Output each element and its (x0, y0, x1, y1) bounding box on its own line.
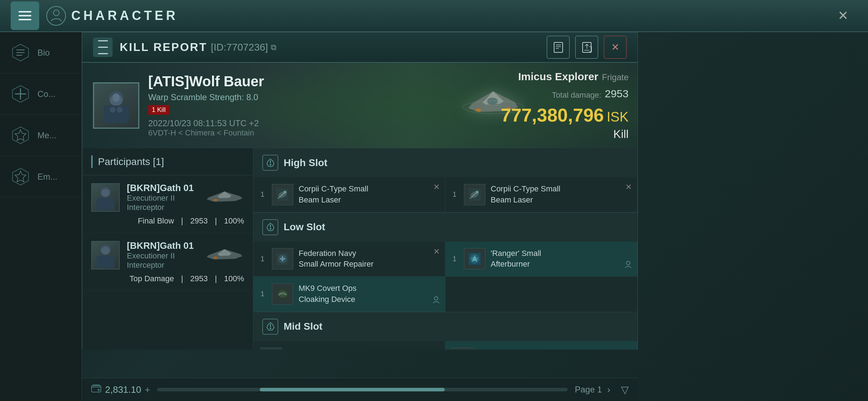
svg-point-27 (475, 108, 481, 112)
notes-button[interactable] (547, 36, 570, 59)
participant-percent-1: 100% (224, 216, 244, 226)
item-name-1: Corpii C-Type SmallBeam Laser (299, 184, 368, 206)
filter-icon[interactable]: ▽ (621, 384, 629, 396)
bottom-bar: 2,831.10 + Page 1 › ▽ (82, 378, 638, 401)
kill-report-panel: KILL REPORT [ID:7707236] ⧉ (82, 32, 638, 349)
hamburger-icon (19, 11, 31, 20)
high-slot-title: High Slot (284, 157, 327, 169)
sidebar-item-empire[interactable]: Em... (0, 156, 82, 197)
svg-point-24 (117, 107, 123, 113)
mid-slot-item-2: Seeker Data Analyzer (445, 341, 637, 350)
high-slot-item-1: 1 Corpii C-Type SmallBeam Laser ✕ (253, 177, 445, 212)
low-item-person-2 (625, 261, 632, 271)
svg-point-0 (53, 10, 59, 16)
participant-ship-img-1 (205, 187, 244, 207)
participant-percent-2: 100% (224, 274, 244, 283)
low-item-name-1: Federation NavySmall Armor Repairer (299, 248, 373, 270)
ship-name: Imicus Explorer (518, 71, 598, 83)
export-button[interactable] (575, 36, 598, 59)
svg-rect-34 (97, 198, 114, 210)
sidebar-item-member[interactable]: Me... (0, 115, 82, 156)
participant-name-2: [BKRN]Gath 01 (127, 240, 205, 251)
final-blow-label: Final Blow (138, 216, 174, 226)
kill-report-id: [ID:7707236] (211, 42, 268, 53)
sidebar: Bio Co... Me... Em... (0, 32, 82, 401)
mid-slot-icon (262, 319, 278, 335)
svg-point-33 (101, 189, 110, 197)
svg-point-35 (213, 199, 218, 201)
page-info: Page 1 (575, 385, 602, 395)
wallet-icon (91, 384, 102, 396)
sidebar-member-icon (9, 124, 32, 147)
bottom-plus[interactable]: + (145, 384, 150, 395)
bottom-scrollbar-thumb (260, 388, 444, 391)
bottom-amount: 2,831.10 (105, 384, 141, 395)
low-item-icon-1 (272, 248, 293, 269)
low-slot-empty (445, 277, 637, 312)
svg-point-64 (434, 297, 438, 300)
participant-ship-1: Executioner II Interceptor (127, 194, 205, 212)
low-item-close-1[interactable]: ✕ (433, 247, 440, 256)
mid-slot-title: Mid Slot (284, 321, 322, 332)
participant-avatar-2 (91, 241, 120, 269)
hamburger-button[interactable] (11, 1, 39, 30)
sidebar-item-combat[interactable]: Co... (0, 73, 82, 115)
mid-slot-items: Gravedigger Relic (253, 341, 637, 350)
kill-report-hero: [ATIS]Wolf Bauer Warp Scramble Strength:… (82, 63, 637, 148)
ship-stats: Imicus Explorer Frigate Total damage: 29… (501, 71, 629, 141)
participants-panel: Participants [1] (82, 148, 253, 350)
item-close-1[interactable]: ✕ (433, 182, 440, 192)
kill-outcome: Kill (501, 128, 629, 141)
kr-menu-button[interactable] (93, 37, 113, 57)
item-qty-1: 1 (260, 190, 268, 199)
low-item-qty-1: 1 (260, 255, 268, 263)
kr-menu-icon (98, 39, 108, 56)
mid-item-icon-1 (260, 348, 282, 350)
high-slot-item-2: 1 Corpii C-Type SmallBeam Laser ✕ (445, 177, 637, 212)
bottom-right: Page 1 › ▽ (575, 384, 629, 396)
sidebar-member-label: Me... (37, 130, 56, 140)
item-close-2[interactable]: ✕ (625, 182, 632, 192)
svg-point-46 (284, 191, 286, 194)
copy-icon[interactable]: ⧉ (271, 43, 277, 52)
svg-point-26 (487, 98, 498, 105)
bottom-scrollbar[interactable] (157, 388, 568, 391)
participant-info-1: [BKRN]Gath 01 Executioner II Interceptor (127, 182, 205, 212)
svg-point-21 (113, 93, 120, 102)
sidebar-bio-label: Bio (37, 48, 50, 58)
svg-point-67 (270, 328, 271, 329)
damage-value: 2953 (605, 88, 629, 100)
low-item-name-2: 'Ranger' SmallAfterburner (491, 248, 541, 270)
top-close-button[interactable]: ✕ (832, 5, 854, 26)
svg-rect-38 (97, 256, 114, 268)
sidebar-item-bio[interactable]: Bio (0, 32, 82, 73)
low-slot-item-2: 1 'Ranger' SmallAfterburner (445, 242, 637, 277)
low-item-person-3 (433, 296, 440, 306)
page-forward-button[interactable]: › (607, 384, 610, 395)
low-slot-item-3: 1 MK9 Covert OpsCloaking Device (253, 277, 445, 312)
character-icon (46, 6, 66, 26)
participant-top-1: [BKRN]Gath 01 Executioner II Interceptor (91, 182, 244, 212)
page-title: CHARACTER (71, 8, 178, 23)
kill-report-body: Participants [1] (82, 148, 637, 350)
participant-info-2: [BKRN]Gath 01 Executioner II Interceptor (127, 240, 205, 270)
isk-value: 777,380,796 (501, 104, 604, 126)
equipment-panel: High Slot 1 (253, 148, 637, 350)
pilot-avatar (93, 82, 139, 129)
kill-report-title: KILL REPORT (120, 41, 207, 54)
high-slot-header: High Slot (253, 148, 637, 177)
kr-actions: ✕ (547, 36, 627, 59)
participant-ship-2: Executioner II Interceptor (127, 251, 205, 270)
item-icon-1 (272, 184, 293, 205)
participants-header: Participants [1] (82, 148, 253, 175)
damage-label: Total damage: (552, 91, 601, 100)
svg-marker-11 (15, 171, 26, 182)
participants-title: Participants [1] (98, 156, 164, 168)
ship-type: Frigate (602, 72, 629, 82)
low-slot-title: Low Slot (284, 221, 325, 233)
low-item-icon-2 (464, 248, 485, 269)
participant-avatar-1 (91, 183, 120, 212)
svg-point-60 (626, 261, 630, 265)
close-button[interactable]: ✕ (604, 36, 627, 59)
svg-point-53 (270, 228, 271, 230)
